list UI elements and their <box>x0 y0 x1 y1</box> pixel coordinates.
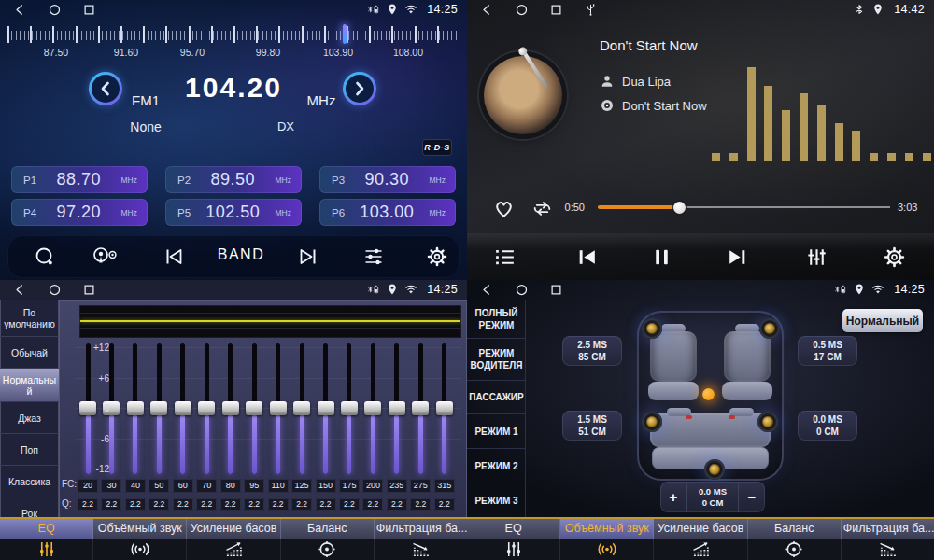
recents-icon[interactable] <box>549 283 563 297</box>
tab-surround[interactable]: Объёмный звук <box>560 519 654 539</box>
audio-settings-icon[interactable] <box>362 245 385 268</box>
recents-icon[interactable] <box>549 3 563 17</box>
fc-value-chip[interactable]: 175 <box>339 479 360 493</box>
eq-band-slider[interactable] <box>314 343 338 474</box>
balance-tab-icon[interactable] <box>783 539 805 559</box>
tab-balance[interactable]: Баланс <box>281 519 375 539</box>
eq-band-slider[interactable] <box>194 343 219 474</box>
settings-gear-icon[interactable] <box>426 245 448 268</box>
q-value-chip[interactable]: 2.2 <box>268 498 289 511</box>
slider-knob[interactable] <box>246 401 262 415</box>
tab-surround[interactable]: Объёмный звук <box>93 519 187 539</box>
bass-tab-icon[interactable] <box>689 539 712 559</box>
q-value-chip[interactable]: 2.2 <box>149 498 169 511</box>
fc-value-chip[interactable]: 20 <box>78 479 98 493</box>
equalizer-icon[interactable] <box>805 245 828 269</box>
band-button[interactable]: BAND <box>211 246 271 263</box>
q-value-chip[interactable]: 2.2 <box>434 498 455 511</box>
fc-value-chip[interactable]: 200 <box>362 479 383 493</box>
q-value-chip[interactable]: 2.2 <box>125 498 146 511</box>
home-icon[interactable] <box>515 3 529 17</box>
preset-button-p5[interactable]: P5102.50MHz <box>165 199 302 226</box>
fc-value-chip[interactable]: 30 <box>101 479 121 493</box>
eq-preset-item[interactable]: Нормальный <box>0 369 59 402</box>
eq-preset-item[interactable]: Классика <box>0 466 59 497</box>
fc-value-chip[interactable]: 80 <box>220 479 241 493</box>
listening-mode-item[interactable]: РЕЖИМ 2 <box>467 449 526 483</box>
back-icon[interactable] <box>480 3 494 17</box>
surround-tab-icon[interactable] <box>596 539 618 559</box>
q-value-chip[interactable]: 2.2 <box>291 498 312 511</box>
favorite-icon[interactable] <box>492 197 516 220</box>
slider-knob[interactable] <box>175 401 191 415</box>
slider-knob[interactable] <box>222 401 239 415</box>
eq-band-slider[interactable] <box>147 343 171 474</box>
listening-mode-item[interactable]: РЕЖИМ 3 <box>467 483 526 518</box>
eq-band-slider[interactable] <box>408 343 432 474</box>
eq-band-slider[interactable] <box>290 343 314 474</box>
slider-knob[interactable] <box>198 401 215 415</box>
tab-balance[interactable]: Баланс <box>748 519 842 539</box>
tab-filter-cell[interactable] <box>842 539 934 560</box>
rear-right-delay[interactable]: 0.0 MS 0 CM <box>798 411 857 441</box>
tab-bass[interactable]: Усиление басов <box>654 519 747 539</box>
tab-balance-cell[interactable] <box>281 539 375 560</box>
preset-button-p3[interactable]: P390.30MHz <box>319 166 456 193</box>
eq-band-slider[interactable] <box>361 343 385 474</box>
delay-increase-button[interactable]: + <box>660 482 686 512</box>
fc-value-chip[interactable]: 95 <box>244 479 264 493</box>
slider-knob[interactable] <box>436 401 453 415</box>
filter-tab-icon[interactable] <box>876 539 899 559</box>
settings-gear-icon[interactable] <box>883 245 906 269</box>
back-icon[interactable] <box>13 283 27 297</box>
seek-down-button[interactable] <box>89 72 122 105</box>
preset-button-p2[interactable]: P289.50MHz <box>165 166 302 193</box>
tab-filter[interactable]: Фильтрация ба... <box>842 519 934 539</box>
playlist-icon[interactable] <box>493 245 517 269</box>
slider-knob[interactable] <box>364 401 381 415</box>
q-value-chip[interactable]: 2.2 <box>78 498 98 511</box>
back-icon[interactable] <box>13 3 27 17</box>
eq-preset-item[interactable]: Поп <box>0 434 59 466</box>
eq-band-slider[interactable] <box>385 343 409 474</box>
tab-eq-cell[interactable] <box>0 539 93 560</box>
sound-profile-button[interactable]: Нормальный <box>842 309 923 332</box>
tab-surround-cell[interactable] <box>93 539 187 560</box>
frequency-dial[interactable]: 87.5091.6095.7099.80103.90108.00 <box>7 26 460 62</box>
q-value-chip[interactable]: 2.2 <box>387 498 407 511</box>
seek-knob[interactable] <box>673 202 686 214</box>
delay-decrease-button[interactable]: − <box>739 482 765 512</box>
fc-value-chip[interactable]: 125 <box>291 479 312 493</box>
back-icon[interactable] <box>480 283 494 297</box>
eq-tab-icon[interactable] <box>35 539 58 559</box>
tab-eq[interactable]: EQ <box>0 519 93 539</box>
tuning-indicator[interactable] <box>343 24 347 44</box>
eq-band-slider[interactable] <box>242 343 266 474</box>
q-value-chip[interactable]: 2.2 <box>173 498 193 511</box>
eq-preset-item[interactable]: Джаз <box>0 402 59 434</box>
listening-position-dot[interactable] <box>702 388 715 400</box>
station-search-icon[interactable] <box>34 245 56 268</box>
slider-knob[interactable] <box>270 401 287 415</box>
previous-track-icon[interactable] <box>575 245 599 269</box>
tab-bass-cell[interactable] <box>654 539 747 560</box>
fc-value-chip[interactable]: 70 <box>196 479 217 493</box>
surround-tab-icon[interactable] <box>129 539 151 559</box>
home-icon[interactable] <box>48 283 62 297</box>
q-value-chip[interactable]: 2.2 <box>101 498 121 511</box>
seek-bar[interactable] <box>598 204 890 211</box>
recents-icon[interactable] <box>82 3 96 17</box>
rear-left-delay[interactable]: 1.5 MS 51 CM <box>562 411 622 441</box>
tab-bass-cell[interactable] <box>187 539 280 560</box>
q-value-chip[interactable]: 2.2 <box>339 498 360 511</box>
seek-up-button[interactable] <box>343 72 376 105</box>
preset-button-p4[interactable]: P497.20MHz <box>11 199 148 226</box>
fc-value-chip[interactable]: 40 <box>125 479 146 493</box>
auto-scan-icon[interactable] <box>92 245 118 268</box>
front-left-delay[interactable]: 2.5 MS 85 CM <box>562 336 622 366</box>
eq-preset-item[interactable]: Обычай <box>0 337 59 369</box>
tab-eq[interactable]: EQ <box>467 519 560 539</box>
eq-band-slider[interactable] <box>266 343 290 474</box>
tab-balance-cell[interactable] <box>748 539 842 560</box>
q-value-chip[interactable]: 2.2 <box>362 498 383 511</box>
